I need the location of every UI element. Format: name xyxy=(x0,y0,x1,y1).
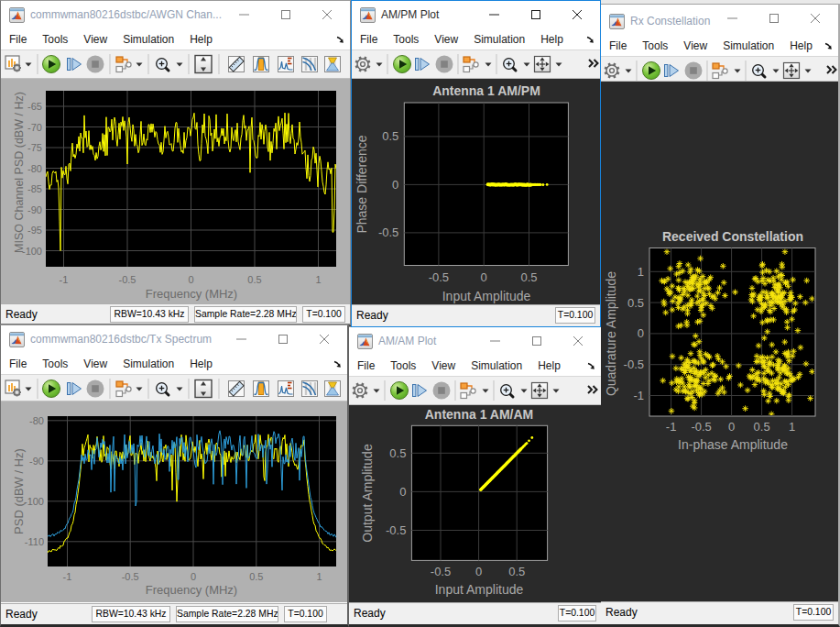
svg-text:Quadrature Amplitude: Quadrature Amplitude xyxy=(604,271,618,396)
svg-text:0.5: 0.5 xyxy=(389,446,406,460)
svg-text:-1: -1 xyxy=(666,420,677,434)
svg-text:Frequency (MHz): Frequency (MHz) xyxy=(146,287,237,301)
svg-text:PSD (dBW / Hz): PSD (dBW / Hz) xyxy=(12,448,26,534)
svg-text:0.5: 0.5 xyxy=(249,571,263,582)
svg-text:-0.5: -0.5 xyxy=(386,523,406,537)
svg-text:Input Amplitude: Input Amplitude xyxy=(442,289,531,303)
svg-text:0: 0 xyxy=(191,571,196,582)
svg-text:-1: -1 xyxy=(60,274,69,285)
svg-text:0.5: 0.5 xyxy=(508,565,525,578)
svg-text:0.5: 0.5 xyxy=(520,270,537,284)
svg-text:In-phase Amplitude: In-phase Amplitude xyxy=(678,437,788,452)
svg-text:-1: -1 xyxy=(633,389,644,402)
svg-text:-0.5: -0.5 xyxy=(429,270,449,284)
svg-text:Antenna 1 AM/AM: Antenna 1 AM/AM xyxy=(425,407,533,422)
svg-text:Phase Difference: Phase Difference xyxy=(355,135,369,233)
svg-text:0: 0 xyxy=(481,270,487,284)
svg-text:Frequency (MHz): Frequency (MHz) xyxy=(146,583,237,597)
svg-text:0: 0 xyxy=(392,178,398,192)
svg-text:-65: -65 xyxy=(27,101,42,112)
svg-text:Received Constellation: Received Constellation xyxy=(662,229,803,244)
svg-text:0.5: 0.5 xyxy=(754,420,770,434)
svg-text:1: 1 xyxy=(316,571,322,582)
svg-text:MISO Channel PSD (dBW / Hz): MISO Channel PSD (dBW / Hz) xyxy=(13,92,26,253)
svg-text:-80: -80 xyxy=(27,163,42,174)
svg-text:-0.5: -0.5 xyxy=(691,420,711,434)
svg-text:-85: -85 xyxy=(27,183,42,194)
svg-text:-110: -110 xyxy=(25,536,44,547)
svg-text:0: 0 xyxy=(188,274,193,285)
svg-text:-0.5: -0.5 xyxy=(378,226,398,239)
svg-text:-90: -90 xyxy=(27,204,42,215)
svg-text:Antenna 1 AM/PM: Antenna 1 AM/PM xyxy=(432,83,540,98)
svg-text:Input Amplitude: Input Amplitude xyxy=(435,582,524,597)
svg-text:-75: -75 xyxy=(27,142,42,153)
svg-text:1: 1 xyxy=(638,265,644,279)
svg-text:-0.5: -0.5 xyxy=(119,274,136,285)
svg-text:0.5: 0.5 xyxy=(627,296,644,310)
svg-text:0.5: 0.5 xyxy=(382,129,398,143)
svg-text:0.5: 0.5 xyxy=(247,274,261,285)
svg-text:1: 1 xyxy=(789,420,795,434)
svg-text:-90: -90 xyxy=(29,456,44,467)
svg-text:-95: -95 xyxy=(27,225,42,236)
svg-text:0: 0 xyxy=(638,326,644,340)
svg-text:-80: -80 xyxy=(29,415,44,426)
svg-text:-100: -100 xyxy=(24,496,44,507)
svg-text:-70: -70 xyxy=(27,122,42,133)
svg-text:-0.5: -0.5 xyxy=(122,571,139,582)
svg-text:0: 0 xyxy=(475,565,482,578)
svg-text:0: 0 xyxy=(728,420,735,434)
svg-text:1: 1 xyxy=(315,274,321,285)
svg-text:-1: -1 xyxy=(63,571,72,582)
svg-text:-0.5: -0.5 xyxy=(431,565,451,578)
svg-text:-0.5: -0.5 xyxy=(624,358,644,371)
svg-text:0: 0 xyxy=(399,485,406,499)
svg-text:Output Amplitude: Output Amplitude xyxy=(360,444,375,543)
